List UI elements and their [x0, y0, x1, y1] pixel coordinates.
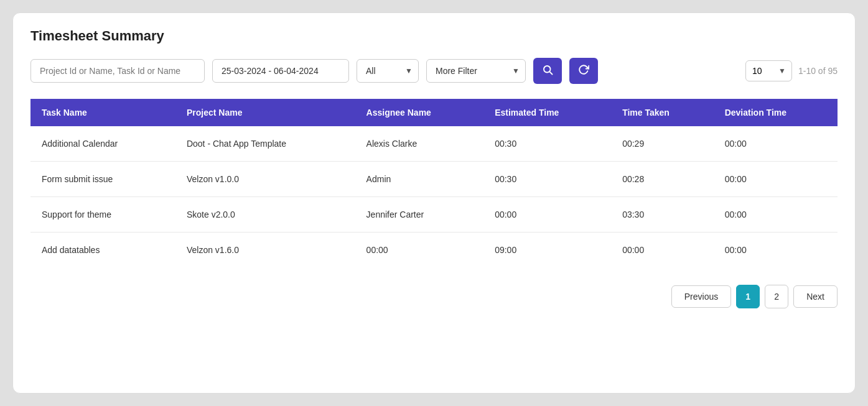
refresh-icon [578, 64, 589, 78]
table-body: Additional Calendar Doot - Chat App Temp… [30, 126, 838, 267]
timesheet-summary-card: Timesheet Summary All ▼ More Filter ▼ [12, 12, 856, 394]
table-row: Support for theme Skote v2.0.0 Jennifer … [30, 197, 838, 233]
table-row: Add datatables Velzon v1.6.0 00:00 09:00… [30, 233, 838, 268]
total-count: 1-10 of 95 [798, 66, 838, 76]
cell-task-name: Add datatables [30, 233, 175, 268]
cell-task-name: Additional Calendar [30, 126, 175, 162]
cell-project-name: Velzon v1.6.0 [175, 233, 355, 268]
cell-assignee-name: Admin [355, 162, 484, 197]
cell-assignee-name: Jennifer Carter [355, 197, 484, 233]
cell-deviation-time: 00:00 [714, 126, 838, 162]
cell-assignee-name: Alexis Clarke [355, 126, 484, 162]
pagination: Previous 1 2 Next [30, 285, 838, 308]
search-icon [542, 64, 553, 78]
table-row: Additional Calendar Doot - Chat App Temp… [30, 126, 838, 162]
all-filter-select[interactable]: All [357, 59, 419, 83]
table-row: Form submit issue Velzon v1.0.0 Admin 00… [30, 162, 838, 197]
search-input[interactable] [30, 59, 205, 83]
per-page-select[interactable]: 10 25 50 100 [745, 60, 792, 81]
page-1-button[interactable]: 1 [736, 285, 760, 308]
per-page-wrapper: 10 25 50 100 ▼ [745, 60, 792, 81]
timesheet-table: Task Name Project Name Assignee Name Est… [30, 99, 838, 267]
cell-task-name: Form submit issue [30, 162, 175, 197]
cell-estimated-time: 00:30 [483, 126, 611, 162]
col-assignee-name: Assignee Name [355, 99, 484, 126]
cell-deviation-time: 00:00 [714, 162, 838, 197]
col-time-taken: Time Taken [611, 99, 714, 126]
table-header: Task Name Project Name Assignee Name Est… [30, 99, 838, 126]
previous-button[interactable]: Previous [671, 285, 731, 308]
cell-deviation-time: 00:00 [714, 233, 838, 268]
cell-time-taken: 03:30 [611, 197, 714, 233]
cell-estimated-time: 00:00 [483, 197, 611, 233]
cell-deviation-time: 00:00 [714, 197, 838, 233]
more-filter-wrapper: More Filter ▼ [426, 59, 526, 83]
refresh-button[interactable] [569, 58, 598, 84]
cell-project-name: Skote v2.0.0 [175, 197, 355, 233]
svg-line-1 [549, 72, 552, 74]
date-range-input[interactable] [212, 59, 349, 83]
col-project-name: Project Name [175, 99, 355, 126]
next-button[interactable]: Next [793, 285, 838, 308]
page-2-button[interactable]: 2 [765, 285, 788, 308]
page-count-wrapper: 10 25 50 100 ▼ 1-10 of 95 [745, 60, 838, 81]
all-filter-wrapper: All ▼ [357, 59, 419, 83]
search-button[interactable] [533, 58, 562, 84]
cell-time-taken: 00:28 [611, 162, 714, 197]
cell-time-taken: 00:29 [611, 126, 714, 162]
cell-estimated-time: 09:00 [483, 233, 611, 268]
page-title: Timesheet Summary [30, 28, 838, 44]
toolbar: All ▼ More Filter ▼ [30, 58, 838, 84]
cell-task-name: Support for theme [30, 197, 175, 233]
cell-assignee-name: 00:00 [355, 233, 484, 268]
col-task-name: Task Name [30, 99, 175, 126]
col-deviation-time: Deviation Time [714, 99, 838, 126]
cell-project-name: Doot - Chat App Template [175, 126, 355, 162]
more-filter-select[interactable]: More Filter [426, 59, 526, 83]
cell-time-taken: 00:00 [611, 233, 714, 268]
col-estimated-time: Estimated Time [483, 99, 611, 126]
cell-estimated-time: 00:30 [483, 162, 611, 197]
cell-project-name: Velzon v1.0.0 [175, 162, 355, 197]
